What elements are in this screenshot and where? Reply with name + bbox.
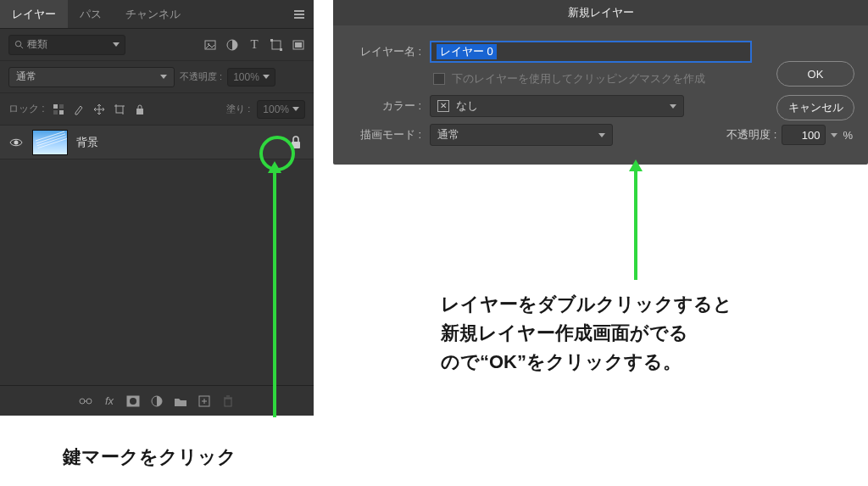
- new-layer-icon[interactable]: [198, 394, 211, 408]
- layer-name-input[interactable]: レイヤー 0: [430, 41, 752, 63]
- chevron-down-icon: [113, 42, 120, 47]
- filter-pixel-icon[interactable]: [203, 38, 217, 52]
- new-group-icon[interactable]: [174, 394, 187, 408]
- svg-rect-22: [136, 109, 143, 115]
- lock-artboard-icon[interactable]: [113, 103, 126, 116]
- annotation-right-arrow: [634, 170, 637, 280]
- lock-pixels-icon[interactable]: [52, 103, 65, 116]
- layer-kind-filter-label: 種類: [27, 37, 47, 52]
- color-select[interactable]: ✕ なし: [430, 95, 684, 117]
- color-value: なし: [456, 98, 478, 114]
- layer-kind-filter[interactable]: 種類: [8, 35, 125, 55]
- svg-point-23: [14, 140, 19, 144]
- blend-mode-value: 通常: [16, 70, 36, 84]
- svg-rect-9: [270, 39, 273, 42]
- dialog-opacity-suffix: %: [843, 129, 853, 142]
- svg-rect-13: [53, 104, 58, 109]
- layer-lock-icon[interactable]: [287, 136, 305, 149]
- clipping-mask-label: 下のレイヤーを使用してクリッピングマスクを作成: [452, 71, 705, 87]
- svg-rect-8: [272, 41, 281, 49]
- layer-filter-row: 種類 T: [0, 29, 314, 61]
- svg-point-3: [15, 41, 20, 46]
- opacity-input[interactable]: 100%: [227, 68, 275, 87]
- filter-adjust-icon[interactable]: [225, 38, 239, 52]
- chevron-down-icon: [670, 104, 676, 109]
- layer-filter-icons: T: [203, 38, 305, 52]
- filter-smart-icon[interactable]: [292, 38, 305, 52]
- dialog-title: 新規レイヤー: [333, 0, 868, 25]
- svg-rect-16: [59, 110, 64, 115]
- chevron-down-icon: [292, 107, 299, 111]
- tab-paths[interactable]: パス: [68, 0, 114, 28]
- color-none-icon: ✕: [437, 100, 449, 112]
- lock-position-icon[interactable]: [92, 103, 106, 116]
- layer-name-value: レイヤー 0: [437, 44, 497, 59]
- layer-name-label: レイヤー名 :: [348, 44, 421, 59]
- svg-rect-15: [53, 110, 58, 115]
- ok-button[interactable]: OK: [776, 61, 854, 87]
- fill-label: 塗り :: [226, 103, 250, 115]
- annotation-right-caption: レイヤーをダブルクリックすると新規レイヤー作成画面がでるので“OK”をクリックす…: [441, 290, 732, 377]
- svg-rect-34: [225, 399, 231, 406]
- blend-mode-select[interactable]: 通常: [8, 67, 175, 87]
- cancel-button[interactable]: キャンセル: [776, 95, 854, 120]
- filter-type-icon[interactable]: T: [248, 38, 261, 52]
- svg-rect-17: [116, 106, 123, 113]
- chevron-down-icon: [598, 133, 605, 137]
- opacity-value: 100%: [233, 71, 259, 83]
- layer-thumbnail[interactable]: [32, 130, 68, 155]
- dialog-body: レイヤー名 : レイヤー 0 下のレイヤーを使用してクリッピングマスクを作成 カ…: [333, 25, 868, 159]
- mode-value: 通常: [437, 127, 459, 142]
- svg-rect-24: [292, 142, 300, 148]
- layers-panel-footer: fx: [0, 385, 314, 416]
- blend-row: 通常 不透明度 : 100%: [0, 61, 314, 93]
- layer-list: 背景: [0, 126, 314, 159]
- svg-rect-10: [280, 48, 282, 51]
- new-adjustment-icon[interactable]: [150, 394, 164, 408]
- svg-rect-14: [59, 104, 64, 109]
- dialog-opacity-value: 100: [802, 129, 821, 142]
- chevron-down-icon: [160, 75, 167, 79]
- mode-label: 描画モード :: [348, 127, 421, 142]
- chevron-down-icon: [263, 75, 270, 79]
- visibility-toggle[interactable]: [8, 137, 24, 148]
- tab-channels[interactable]: チャンネル: [114, 0, 192, 28]
- layer-item-background[interactable]: 背景: [0, 126, 314, 159]
- new-layer-dialog: 新規レイヤー レイヤー名 : レイヤー 0 下のレイヤーを使用してクリッピングマ…: [333, 0, 868, 165]
- annotation-left-caption: 鍵マークをクリック: [63, 444, 236, 470]
- lock-label: ロック :: [8, 102, 45, 116]
- mode-select[interactable]: 通常: [430, 124, 613, 146]
- panel-menu-icon[interactable]: [285, 9, 314, 20]
- fill-value: 100%: [263, 103, 289, 115]
- dialog-buttons: OK キャンセル: [776, 61, 854, 120]
- chevron-down-icon[interactable]: [831, 133, 837, 137]
- panel-tabs: レイヤー パス チャンネル: [0, 0, 314, 29]
- svg-point-29: [130, 398, 136, 405]
- dialog-opacity-label: 不透明度 :: [726, 127, 776, 142]
- link-layers-icon[interactable]: [79, 394, 92, 408]
- delete-layer-icon[interactable]: [221, 394, 235, 408]
- lock-row: ロック : 塗り : 100%: [0, 93, 314, 126]
- layer-name[interactable]: 背景: [76, 135, 287, 150]
- add-mask-icon[interactable]: [126, 394, 140, 408]
- svg-line-4: [20, 46, 23, 48]
- layer-fx-icon[interactable]: fx: [103, 394, 116, 408]
- fill-input[interactable]: 100%: [257, 100, 305, 119]
- svg-rect-12: [295, 42, 302, 47]
- annotation-left-arrow: [273, 171, 276, 417]
- layers-panel: レイヤー パス チャンネル 種類 T 通常 不透明度 : 100%: [0, 0, 314, 416]
- opacity-label: 不透明度 :: [180, 70, 222, 83]
- clipping-mask-checkbox: [433, 73, 445, 85]
- lock-all-icon[interactable]: [133, 103, 147, 116]
- lock-paint-icon[interactable]: [72, 103, 86, 116]
- tab-layers[interactable]: レイヤー: [0, 0, 68, 28]
- dialog-opacity-input[interactable]: 100: [782, 125, 826, 145]
- color-label: カラー :: [348, 98, 421, 114]
- filter-shape-icon[interactable]: [270, 38, 283, 52]
